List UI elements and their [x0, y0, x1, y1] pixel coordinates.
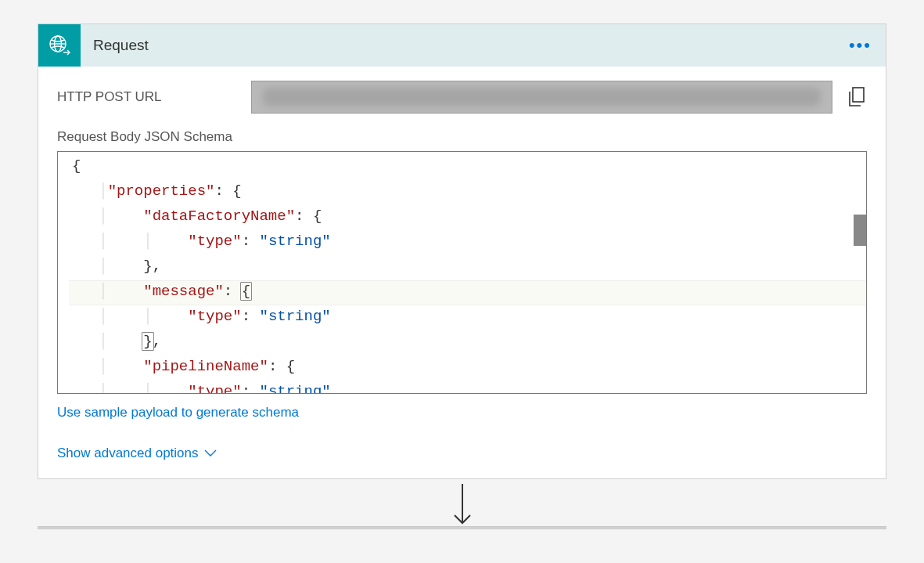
show-advanced-options-link[interactable]: Show advanced options — [57, 446, 218, 461]
svg-rect-4 — [853, 88, 864, 102]
schema-label: Request Body JSON Schema — [57, 129, 867, 145]
chevron-down-icon — [203, 449, 218, 458]
code-content: { │"properties": { │ "dataFactoryName": … — [58, 152, 866, 394]
request-trigger-card: Request ••• HTTP POST URL Request Body J… — [38, 23, 886, 479]
http-post-url-field[interactable] — [251, 81, 832, 114]
use-sample-payload-link[interactable]: Use sample payload to generate schema — [57, 405, 299, 420]
more-menu-button[interactable]: ••• — [849, 37, 872, 54]
request-icon-tile — [38, 24, 81, 67]
copy-icon — [847, 86, 866, 108]
card-header[interactable]: Request ••• — [38, 24, 886, 67]
arrow-down-icon — [447, 484, 478, 531]
json-schema-editor[interactable]: { │"properties": { │ "dataFactoryName": … — [57, 151, 867, 394]
http-post-url-label: HTTP POST URL — [57, 89, 237, 105]
card-body: HTTP POST URL Request Body JSON Schema {… — [38, 67, 886, 478]
globe-request-icon — [48, 34, 71, 57]
card-title: Request — [93, 37, 149, 54]
flow-connector-arrow — [38, 479, 886, 526]
copy-url-button[interactable] — [847, 85, 867, 109]
advanced-options-label: Show advanced options — [57, 446, 199, 461]
http-post-url-row: HTTP POST URL — [57, 81, 867, 114]
